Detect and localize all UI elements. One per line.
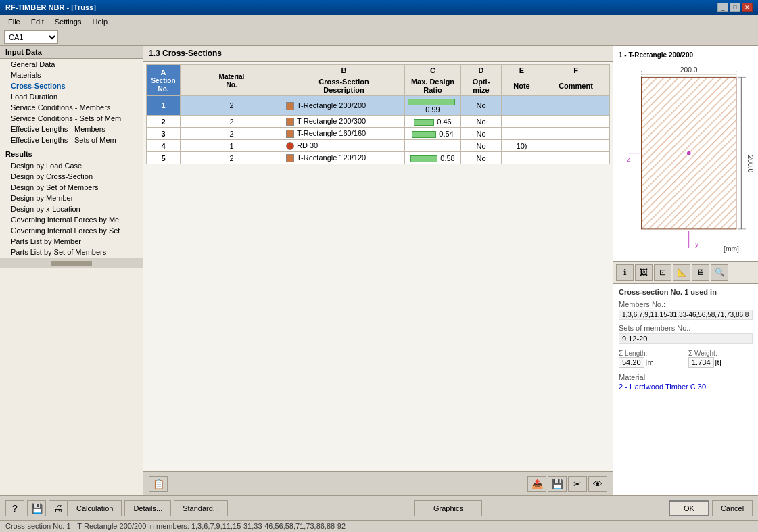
sidebar-item-design-cross-section[interactable]: Design by Cross-Section xyxy=(0,171,143,182)
close-button[interactable]: ✕ xyxy=(742,3,753,12)
design-ratio-bar xyxy=(414,119,434,126)
material-no-cell: 2 xyxy=(181,116,283,128)
sidebar-item-effective-lengths-members[interactable]: Effective Lengths - Members xyxy=(0,124,143,135)
material-no-cell: 2 xyxy=(181,152,283,164)
svg-point-15 xyxy=(687,151,691,155)
zoom-btn[interactable]: 🔍 xyxy=(711,264,728,281)
sidebar-item-cross-sections[interactable]: Cross-Sections xyxy=(0,80,143,91)
import-button[interactable]: 📋 xyxy=(149,476,168,492)
design-ratio-bar xyxy=(408,99,455,105)
cross-section-desc-header: Cross-SectionDescription xyxy=(283,76,405,96)
section-no-cell: 5 xyxy=(147,152,181,164)
render-btn[interactable]: 🖼 xyxy=(635,264,653,281)
horizontal-scrollbar[interactable] xyxy=(0,258,143,268)
note-cell xyxy=(502,96,542,116)
help-button[interactable]: ? xyxy=(5,500,24,516)
col-f-header: F xyxy=(542,65,610,76)
details-button[interactable]: Details... xyxy=(124,500,171,516)
table-row[interactable]: 22T-Rectangle 200/3000.46No xyxy=(147,116,610,128)
ok-button[interactable]: OK xyxy=(669,500,709,516)
material-no-cell: 2 xyxy=(181,128,283,140)
design-ratio-cell xyxy=(405,140,461,152)
preview-title: 1 - T-Rectangle 200/200 xyxy=(619,51,753,59)
sidebar-item-parts-list-set[interactable]: Parts List by Set of Members xyxy=(0,247,143,258)
section-swatch xyxy=(286,102,294,110)
sidebar-item-service-conditions-sets[interactable]: Service Conditions - Sets of Mem xyxy=(0,113,143,124)
sidebar-item-design-set-members[interactable]: Design by Set of Members xyxy=(0,182,143,193)
table-row[interactable]: 41RD 30No10) xyxy=(147,140,610,152)
section-no-cell: 1 xyxy=(147,96,181,116)
standard-button[interactable]: Standard... xyxy=(174,500,228,516)
delete-button[interactable]: ✂ xyxy=(568,476,587,492)
table-row[interactable]: 52T-Rectangle 120/1200.58No xyxy=(147,152,610,164)
max-design-ratio-header: Max. DesignRatio xyxy=(405,76,461,96)
svg-text:z: z xyxy=(627,155,630,163)
svg-text:[mm]: [mm] xyxy=(724,245,739,253)
design-ratio-bar xyxy=(412,131,436,138)
description-cell: T-Rectangle 200/300 xyxy=(283,116,405,128)
maximize-button[interactable]: □ xyxy=(730,3,740,12)
minimize-button[interactable]: _ xyxy=(717,3,728,12)
left-panel: Input Data General Data Materials Cross-… xyxy=(0,46,143,495)
display-btn[interactable]: 🖥 xyxy=(692,264,709,281)
graphics-button[interactable]: Graphics xyxy=(414,500,482,516)
design-ratio-cell: 0.58 xyxy=(405,152,461,164)
cancel-button[interactable]: Cancel xyxy=(712,500,753,516)
members-value: 1,3,6,7,9,11,15-31,33-46,56,58,71,73,86,… xyxy=(619,310,753,320)
weight-value: 1.734 xyxy=(688,357,714,368)
left-toolbar-group: 📋 xyxy=(149,476,168,492)
sidebar-item-design-x-location[interactable]: Design by x-Location xyxy=(0,203,143,214)
svg-text:200.0: 200.0 xyxy=(747,155,753,172)
sets-label: Sets of members No.: xyxy=(619,324,753,332)
sidebar-item-general-data[interactable]: General Data xyxy=(0,59,143,70)
sidebar-item-load-duration[interactable]: Load Duration xyxy=(0,91,143,102)
sidebar-item-parts-list-member[interactable]: Parts List by Member xyxy=(0,236,143,247)
sidebar-item-governing-forces-me[interactable]: Governing Internal Forces by Me xyxy=(0,214,143,225)
print-button[interactable]: 🖨 xyxy=(49,500,68,516)
results-title: Results xyxy=(0,148,143,160)
sidebar-item-service-conditions-members[interactable]: Service Conditions - Members xyxy=(0,102,143,113)
info-btn[interactable]: ℹ xyxy=(616,264,634,281)
menu-edit[interactable]: Edit xyxy=(26,16,49,27)
used-in-title: Cross-section No. 1 used in xyxy=(619,288,753,296)
table-row[interactable]: 12T-Rectangle 200/2000.99No xyxy=(147,96,610,116)
sidebar-item-effective-lengths-sets[interactable]: Effective Lengths - Sets of Mem xyxy=(0,135,143,145)
cross-section-svg: 200.0 200.0 y z xyxy=(619,62,753,258)
sidebar-item-materials[interactable]: Materials xyxy=(0,70,143,80)
weight-label: Σ Weight: xyxy=(688,349,753,357)
case-dropdown[interactable]: CA1 xyxy=(4,30,58,44)
col-b-header: B xyxy=(283,65,405,76)
preview-area: 1 - T-Rectangle 200/200 200.0 xyxy=(613,46,758,262)
toolbar: CA1 xyxy=(0,28,758,46)
save-button[interactable]: 💾 xyxy=(27,500,46,516)
comment-cell xyxy=(542,116,610,128)
menu-help[interactable]: Help xyxy=(87,16,113,27)
menu-settings[interactable]: Settings xyxy=(49,16,87,27)
bottom-right-buttons: OK Cancel xyxy=(669,500,753,516)
export-button[interactable]: 📤 xyxy=(527,476,546,492)
table-row[interactable]: 32T-Rectangle 160/1600.54No xyxy=(147,128,610,140)
length-value: 54.20 xyxy=(619,357,644,368)
measure-btn[interactable]: 📐 xyxy=(673,264,690,281)
calculation-button[interactable]: Calculation xyxy=(68,500,122,516)
table-container[interactable]: ASectionNo. MaterialNo. B C D E F Cross-… xyxy=(143,62,613,471)
col-e-header: E xyxy=(502,65,542,76)
svg-text:y: y xyxy=(695,241,699,248)
sidebar-item-design-member[interactable]: Design by Member xyxy=(0,193,143,203)
section-no-cell: 3 xyxy=(147,128,181,140)
fit-btn[interactable]: ⊡ xyxy=(654,264,671,281)
sidebar-item-governing-forces-set[interactable]: Governing Internal Forces by Set xyxy=(0,225,143,236)
col-c-header: C xyxy=(405,65,461,76)
material-no-cell: 1 xyxy=(181,140,283,152)
download-button[interactable]: 💾 xyxy=(548,476,567,492)
comment-cell xyxy=(542,140,610,152)
content-area: Input Data General Data Materials Cross-… xyxy=(0,46,758,495)
comment-cell xyxy=(542,128,610,140)
section-swatch xyxy=(286,118,294,126)
right-panel: 1 - T-Rectangle 200/200 200.0 xyxy=(613,46,758,495)
col-material-header: MaterialNo. xyxy=(181,65,283,96)
view-button[interactable]: 👁 xyxy=(588,476,607,492)
sidebar-item-design-load-case[interactable]: Design by Load Case xyxy=(0,160,143,171)
menu-file[interactable]: File xyxy=(3,16,26,27)
design-ratio-cell: 0.99 xyxy=(405,96,461,116)
